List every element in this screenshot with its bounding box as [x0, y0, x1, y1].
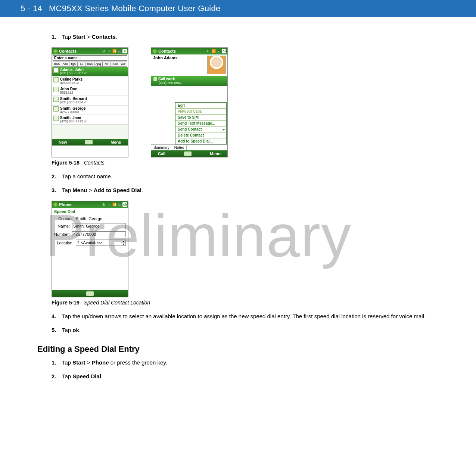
alpha-tab[interactable]: opq	[94, 62, 102, 67]
screenshot-contacts-list: Contacts ⊝ ♀ 📶 🔈 X Enter a name... #ab c…	[52, 47, 128, 157]
menu-save-to-sim[interactable]: Save to SIM	[175, 115, 226, 121]
soft-key-bar: New Menu	[52, 139, 128, 146]
contact-row[interactable]: Adams, John(631) 555-0987 w	[52, 67, 128, 76]
alpha-tab[interactable]: ijk	[77, 62, 85, 67]
alpha-tab[interactable]: fgh	[69, 62, 77, 67]
menu-delete-contact[interactable]: Delete Contact	[175, 132, 226, 138]
figure-5-19-caption: Figure 5-19Speed Dial Contact Location	[52, 300, 427, 306]
ok-button[interactable]: ok	[122, 202, 127, 207]
start-icon[interactable]	[53, 202, 58, 207]
contact-icon	[53, 97, 59, 102]
keyboard-icon[interactable]	[85, 140, 93, 144]
phone-icon	[153, 77, 157, 81]
start-icon[interactable]	[53, 49, 58, 54]
status-icons: ⊝ ♀ 📶 🔈 X	[102, 49, 127, 53]
soft-key-bar: Call Menu	[151, 150, 227, 157]
alpha-tab[interactable]: rst	[102, 62, 111, 67]
contact-row[interactable]: Smith, Jane(425) 666-1212 w	[52, 115, 128, 125]
page-header: 5 - 14MC95XX Series Mobile Computer User…	[0, 0, 476, 17]
contact-header: John Adams	[151, 54, 227, 61]
window-title: Contacts	[158, 49, 206, 53]
ok-button[interactable]: ok	[222, 49, 226, 53]
contact-icon	[53, 106, 59, 112]
soft-key-bar	[52, 290, 128, 297]
tab-strip: Summary Notes	[151, 144, 227, 150]
step-number: 1.	[52, 34, 56, 40]
screenshot-speed-dial-form: Phone ⊝ ♀ 📶 🔈 ok Speed Dial Contact: Smi…	[52, 201, 128, 297]
contact-row[interactable]: Smith, George4257770000	[52, 106, 128, 115]
number-row: Number:	[52, 230, 128, 238]
contact-label: Contact:	[54, 216, 74, 221]
menu-edit[interactable]: Edit	[175, 103, 226, 109]
alpha-tab[interactable]: uvw	[111, 62, 119, 67]
step-3: 3. Tap Menu > Add to Speed Dial.	[52, 187, 427, 193]
softkey-call[interactable]: Call	[158, 151, 165, 156]
contact-icon	[53, 87, 59, 92]
step-number: 2.	[52, 173, 56, 179]
titlebar: Contacts ⊝ ♀ 📶 🔈 X	[52, 48, 128, 54]
window-title: Contacts	[59, 49, 102, 53]
status-icons: E 📶 🔈 ok	[206, 49, 226, 53]
titlebar: Contacts E 📶 🔈 ok	[151, 48, 227, 54]
screenshot-contact-detail: Contacts E 📶 🔈 ok John Adams Call work (…	[151, 47, 228, 157]
tab-summary[interactable]: Summary	[151, 145, 172, 150]
section-heading-editing: Editing a Speed Dial Entry	[37, 344, 427, 354]
keyboard-icon[interactable]	[86, 291, 94, 296]
menu-send-text[interactable]: Send Text Message...	[175, 121, 226, 126]
alpha-tab[interactable]: xyz	[119, 62, 127, 67]
number-label: Number:	[54, 232, 70, 237]
contact-row[interactable]: Celine Parks4255551212	[52, 76, 128, 86]
keyboard-icon[interactable]	[184, 151, 192, 156]
figure-5-18-caption: Figure 5-18Contacts	[52, 160, 427, 166]
softkey-new[interactable]: New	[59, 140, 67, 144]
step-number: 5.	[52, 327, 56, 333]
step-up-icon[interactable]: ▲	[121, 240, 125, 243]
alpha-tab[interactable]: lmn	[85, 62, 94, 67]
context-menu: Edit View All Calls Save to SIM Send Tex…	[175, 102, 227, 144]
close-button[interactable]: X	[122, 49, 127, 53]
step-2: 2. Tap a contact name.	[52, 173, 427, 179]
menu-send-contact[interactable]: Send Contact▸	[175, 126, 226, 132]
menu-add-to-speed-dial[interactable]: Add to Speed Dial...	[175, 138, 226, 144]
softkey-menu[interactable]: Menu	[210, 151, 221, 156]
step-number: 1.	[52, 359, 56, 366]
search-input[interactable]: Enter a name...	[53, 55, 127, 61]
volume-icon: 🔈	[117, 202, 122, 207]
start-icon[interactable]	[152, 49, 157, 54]
contact-row: Contact: Smith, George	[52, 215, 128, 222]
contact-row[interactable]: John Doe5551212	[52, 86, 128, 96]
step-down-icon[interactable]: ▼	[121, 243, 125, 245]
contact-icon	[53, 77, 59, 82]
step-number: 2.	[52, 373, 56, 379]
submenu-arrow-icon: ▸	[223, 127, 225, 131]
number-field[interactable]	[72, 231, 126, 237]
step-4: 4. Tap the up/down arrows to select an a…	[52, 313, 427, 319]
status-icons: ⊝ ♀ 📶 🔈 ok	[102, 202, 127, 207]
tab-notes[interactable]: Notes	[172, 145, 187, 150]
edge-icon: E	[206, 49, 211, 53]
menu-view-all-calls: View All Calls	[175, 109, 226, 115]
contact-row[interactable]: Smith, Bernard(631) 555-1234 w	[52, 96, 128, 106]
page-number: 5 - 14	[21, 4, 42, 13]
step-2-edit: 2. Tap Speed Dial.	[52, 373, 427, 379]
titlebar: Phone ⊝ ♀ 📶 🔈 ok	[52, 201, 128, 208]
connectivity-icon: ♀	[107, 202, 111, 207]
window-title: Phone	[59, 202, 102, 207]
alpha-tab[interactable]: #ab	[53, 62, 61, 67]
contact-icon	[53, 116, 59, 121]
softkey-menu[interactable]: Menu	[111, 140, 121, 144]
location-row: Location: 4:<Available> ▲ ▼	[52, 238, 128, 247]
page-content: 1. Tap Start > Contacts. Contacts ⊝ ♀ 📶 …	[0, 17, 476, 379]
name-field[interactable]	[72, 223, 126, 229]
alpha-tab[interactable]: cde	[61, 62, 69, 67]
volume-icon: 🔈	[217, 49, 221, 53]
call-work-row[interactable]: Call work (631) 555-0987	[151, 76, 227, 86]
speed-dial-heading: Speed Dial	[52, 208, 128, 215]
lock-icon: ⊝	[102, 49, 106, 53]
step-5: 5. Tap ok.	[52, 327, 427, 333]
volume-icon: 🔈	[117, 49, 122, 53]
location-stepper[interactable]: 4:<Available> ▲ ▼	[76, 240, 126, 246]
alpha-tabs: #ab cde fgh ijk lmn opq rst uvw xyz	[53, 62, 127, 67]
signal-icon: 📶	[112, 202, 116, 207]
location-value: 4:<Available>	[76, 240, 121, 245]
